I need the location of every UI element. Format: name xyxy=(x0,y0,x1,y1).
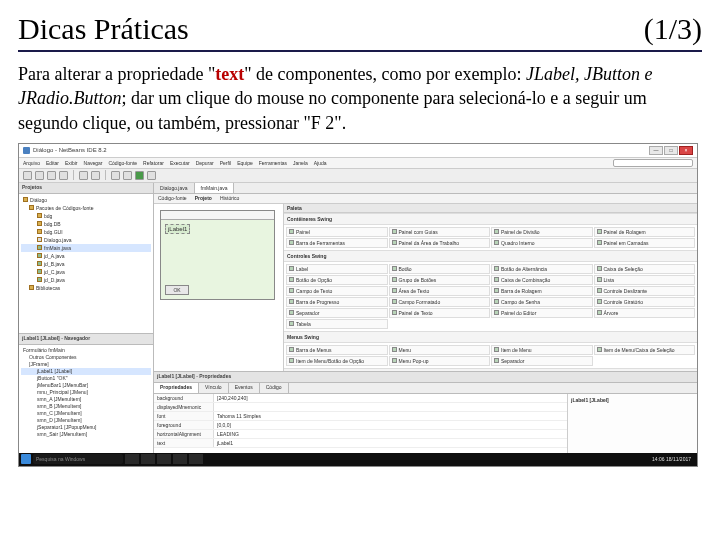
build-icon[interactable] xyxy=(111,171,120,180)
minimize-button[interactable]: — xyxy=(649,146,663,155)
open-icon[interactable] xyxy=(47,171,56,180)
tree-file[interactable]: jd_B.java xyxy=(44,260,65,268)
menu-item[interactable]: Refatorar xyxy=(143,160,164,166)
clean-build-icon[interactable] xyxy=(123,171,132,180)
tree-file[interactable]: fmMain.java xyxy=(44,244,71,252)
close-button[interactable]: × xyxy=(679,146,693,155)
palette-item[interactable]: Painel em Camadas xyxy=(594,238,696,248)
nav-item[interactable]: smn_Sair [JMenuItem] xyxy=(21,431,151,438)
menu-item[interactable]: Ferramentas xyxy=(259,160,287,166)
palette-item[interactable]: Barra de Rolagem xyxy=(491,286,593,296)
mock-jlabel[interactable]: jLabel1 xyxy=(165,224,190,234)
editor-tab[interactable]: Dialogo.java xyxy=(154,183,195,193)
menu-item[interactable]: Arquivo xyxy=(23,160,40,166)
nav-item[interactable]: jButton1 "OK" xyxy=(21,375,151,382)
menu-item[interactable]: Editar xyxy=(46,160,59,166)
maximize-button[interactable]: □ xyxy=(664,146,678,155)
nav-item[interactable]: [JFrame] xyxy=(21,361,151,368)
taskbar-app-icon[interactable] xyxy=(157,454,171,464)
nav-item[interactable]: jLabel1 [JLabel] xyxy=(21,368,151,375)
save-all-icon[interactable] xyxy=(59,171,68,180)
taskbar-search[interactable]: Pesquisa na Windows xyxy=(33,454,123,464)
taskbar-app-icon[interactable] xyxy=(173,454,187,464)
palette-item[interactable]: Painel de Rolagem xyxy=(594,227,696,237)
palette-item[interactable]: Botão de Opção xyxy=(286,275,388,285)
start-button[interactable] xyxy=(21,454,31,464)
palette-item[interactable]: Painel de Divisão xyxy=(491,227,593,237)
menu-item[interactable]: Equipe xyxy=(237,160,253,166)
palette-section[interactable]: Controles Swing xyxy=(284,250,697,262)
debug-icon[interactable] xyxy=(147,171,156,180)
palette-item[interactable]: Grupo de Botões xyxy=(389,275,491,285)
palette-item[interactable]: Botão xyxy=(389,264,491,274)
form-preview-area[interactable]: jLabel1 OK xyxy=(154,204,284,371)
palette-item[interactable]: Label xyxy=(286,264,388,274)
new-file-icon[interactable] xyxy=(23,171,32,180)
palette-item[interactable]: Controle Deslizante xyxy=(594,286,696,296)
nav-item[interactable]: Formulário fmMain xyxy=(21,347,151,354)
palette-item[interactable]: Controle Giratório xyxy=(594,297,696,307)
palette-item[interactable]: Barra de Ferramentas xyxy=(286,238,388,248)
new-project-icon[interactable] xyxy=(35,171,44,180)
mock-ok-button[interactable]: OK xyxy=(165,285,189,295)
tree-folder[interactable]: Bibliotecas xyxy=(36,284,60,292)
palette-item[interactable]: Item de Menu/Caixa de Seleção xyxy=(594,345,696,355)
palette-item[interactable]: Painel de Texto xyxy=(389,308,491,318)
palette-item[interactable]: Tabela xyxy=(286,319,388,329)
palette-item[interactable]: Campo de Texto xyxy=(286,286,388,296)
nav-item[interactable]: mnu_Principal [JMenu] xyxy=(21,389,151,396)
props-tab[interactable]: Vínculo xyxy=(199,383,229,393)
palette-section[interactable]: Menus Swing xyxy=(284,331,697,343)
palette-item[interactable]: Caixa de Combinação xyxy=(491,275,593,285)
taskbar-clock[interactable]: 14:06 18/11/2017 xyxy=(648,456,695,462)
palette-item[interactable]: Área de Texto xyxy=(389,286,491,296)
tree-folder[interactable]: Pacotes de Códigos-fonte xyxy=(36,204,94,212)
nav-item[interactable]: smn_A [JMenuItem] xyxy=(21,396,151,403)
mock-jframe[interactable]: jLabel1 OK xyxy=(160,210,275,300)
nav-item[interactable]: Outros Componentes xyxy=(21,354,151,361)
menu-item[interactable]: Navegar xyxy=(84,160,103,166)
navigator-list[interactable]: Formulário fmMain Outros Componentes [JF… xyxy=(19,345,153,453)
palette-item[interactable]: Menu xyxy=(389,345,491,355)
tree-file[interactable]: jd_A.java xyxy=(44,252,65,260)
palette-item[interactable]: Quadro Interno xyxy=(491,238,593,248)
palette-item[interactable]: Botão de Alternância xyxy=(491,264,593,274)
palette-item[interactable]: Painel do Editor xyxy=(491,308,593,318)
tree-folder[interactable]: bdg.GUI xyxy=(44,228,63,236)
palette-item[interactable]: Barra de Progresso xyxy=(286,297,388,307)
menu-item[interactable]: Depurar xyxy=(196,160,214,166)
run-icon[interactable] xyxy=(135,171,144,180)
tree-root[interactable]: Diálogo xyxy=(30,196,47,204)
tree-file[interactable]: jd_D.java xyxy=(44,276,65,284)
menu-item[interactable]: Janela xyxy=(293,160,308,166)
palette-item[interactable]: Caixa de Seleção xyxy=(594,264,696,274)
editor-tab[interactable]: fmMain.java xyxy=(195,183,235,193)
palette-item[interactable]: Painel xyxy=(286,227,388,237)
palette-section[interactable]: Contêineres Swing xyxy=(284,213,697,225)
props-table[interactable]: background[240,240,240] displayedMnemoni… xyxy=(154,394,567,453)
menu-item[interactable]: Ajuda xyxy=(314,160,327,166)
tree-file[interactable]: jd_C.java xyxy=(44,268,65,276)
palette-item[interactable]: Menu Pop-up xyxy=(389,356,491,366)
palette-item[interactable]: Painel com Guias xyxy=(389,227,491,237)
menu-item[interactable]: Executar xyxy=(170,160,190,166)
props-tab[interactable]: Eventos xyxy=(229,383,260,393)
mode-tab[interactable]: Histórico xyxy=(220,195,239,201)
props-tab[interactable]: Código xyxy=(260,383,289,393)
nav-item[interactable]: jMenuBar1 [JMenuBar] xyxy=(21,382,151,389)
nav-item[interactable]: smn_D [JMenuItem] xyxy=(21,417,151,424)
tree-file[interactable]: Dialogo.java xyxy=(44,236,72,244)
mode-tab[interactable]: Código-fonte xyxy=(158,195,187,201)
tree-folder[interactable]: bdg xyxy=(44,212,52,220)
nav-item[interactable]: smn_B [JMenuItem] xyxy=(21,403,151,410)
palette-item[interactable]: Item de Menu xyxy=(491,345,593,355)
projects-tree[interactable]: Diálogo Pacotes de Códigos-fonte bdg bdg… xyxy=(19,194,153,333)
menu-item[interactable]: Perfil xyxy=(220,160,231,166)
palette-item[interactable]: Lista xyxy=(594,275,696,285)
taskbar-app-icon[interactable] xyxy=(125,454,139,464)
palette-item[interactable]: Árvore xyxy=(594,308,696,318)
tree-folder[interactable]: bdg.DB xyxy=(44,220,61,228)
taskbar-app-icon[interactable] xyxy=(141,454,155,464)
global-search-input[interactable] xyxy=(613,159,693,167)
palette-item[interactable]: Campo Formatado xyxy=(389,297,491,307)
